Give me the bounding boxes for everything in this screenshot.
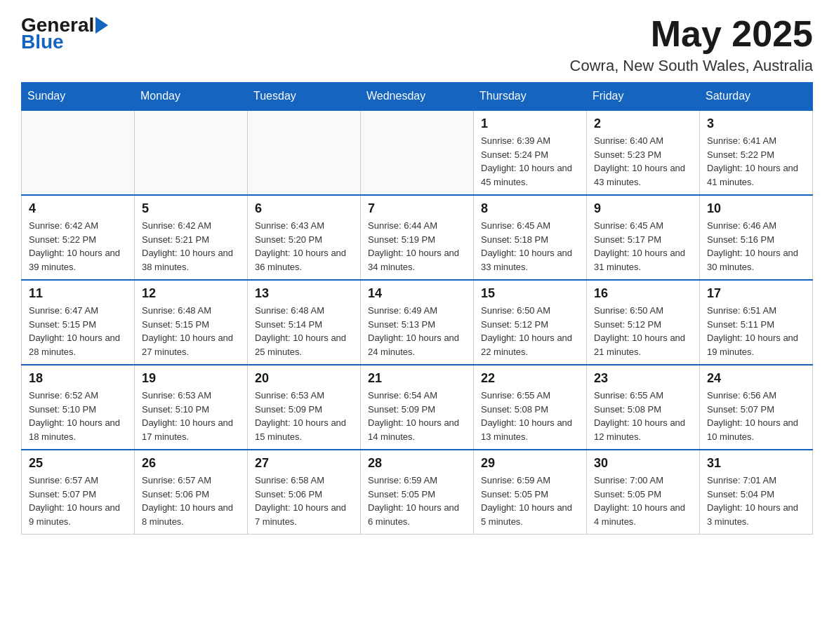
day-info: Sunrise: 6:48 AMSunset: 5:15 PMDaylight:…	[142, 304, 240, 358]
day-number: 2	[594, 116, 692, 131]
calendar-week-3: 11Sunrise: 6:47 AMSunset: 5:15 PMDayligh…	[22, 280, 813, 365]
calendar-cell: 20Sunrise: 6:53 AMSunset: 5:09 PMDayligh…	[248, 365, 361, 450]
day-info: Sunrise: 6:59 AMSunset: 5:05 PMDaylight:…	[368, 474, 466, 528]
calendar-cell: 6Sunrise: 6:43 AMSunset: 5:20 PMDaylight…	[248, 195, 361, 280]
calendar-cell: 21Sunrise: 6:54 AMSunset: 5:09 PMDayligh…	[361, 365, 474, 450]
calendar-header-thursday: Thursday	[474, 83, 587, 111]
calendar-header-friday: Friday	[587, 83, 700, 111]
day-info: Sunrise: 6:55 AMSunset: 5:08 PMDaylight:…	[481, 389, 579, 443]
day-info: Sunrise: 6:53 AMSunset: 5:09 PMDaylight:…	[255, 389, 353, 443]
calendar-cell: 11Sunrise: 6:47 AMSunset: 5:15 PMDayligh…	[22, 280, 135, 365]
day-number: 6	[255, 201, 353, 216]
day-info: Sunrise: 6:49 AMSunset: 5:13 PMDaylight:…	[368, 304, 466, 358]
day-number: 31	[707, 456, 805, 471]
calendar-cell: 14Sunrise: 6:49 AMSunset: 5:13 PMDayligh…	[361, 280, 474, 365]
calendar-cell: 24Sunrise: 6:56 AMSunset: 5:07 PMDayligh…	[700, 365, 813, 450]
calendar-cell: 18Sunrise: 6:52 AMSunset: 5:10 PMDayligh…	[22, 365, 135, 450]
day-info: Sunrise: 6:40 AMSunset: 5:23 PMDaylight:…	[594, 134, 692, 189]
day-number: 26	[142, 456, 240, 471]
calendar-table: SundayMondayTuesdayWednesdayThursdayFrid…	[21, 82, 813, 535]
day-number: 16	[594, 286, 692, 301]
logo: General Blue	[21, 14, 108, 53]
calendar-cell: 4Sunrise: 6:42 AMSunset: 5:22 PMDaylight…	[22, 195, 135, 280]
calendar-cell: 7Sunrise: 6:44 AMSunset: 5:19 PMDaylight…	[361, 195, 474, 280]
day-number: 14	[368, 286, 466, 301]
calendar-header-wednesday: Wednesday	[361, 83, 474, 111]
day-number: 20	[255, 371, 353, 386]
calendar-cell: 13Sunrise: 6:48 AMSunset: 5:14 PMDayligh…	[248, 280, 361, 365]
calendar-cell: 31Sunrise: 7:01 AMSunset: 5:04 PMDayligh…	[700, 450, 813, 535]
calendar-cell: 26Sunrise: 6:57 AMSunset: 5:06 PMDayligh…	[135, 450, 248, 535]
title-area: May 2025 Cowra, New South Wales, Austral…	[570, 14, 813, 75]
month-title: May 2025	[570, 14, 813, 54]
day-info: Sunrise: 6:59 AMSunset: 5:05 PMDaylight:…	[481, 474, 579, 528]
calendar-cell	[135, 110, 248, 195]
calendar-cell: 29Sunrise: 6:59 AMSunset: 5:05 PMDayligh…	[474, 450, 587, 535]
day-number: 4	[29, 201, 127, 216]
calendar-cell: 12Sunrise: 6:48 AMSunset: 5:15 PMDayligh…	[135, 280, 248, 365]
day-info: Sunrise: 6:55 AMSunset: 5:08 PMDaylight:…	[594, 389, 692, 443]
calendar-cell: 27Sunrise: 6:58 AMSunset: 5:06 PMDayligh…	[248, 450, 361, 535]
day-info: Sunrise: 6:52 AMSunset: 5:10 PMDaylight:…	[29, 389, 127, 443]
day-number: 9	[594, 201, 692, 216]
day-number: 3	[707, 116, 805, 131]
day-number: 24	[707, 371, 805, 386]
calendar-header-row: SundayMondayTuesdayWednesdayThursdayFrid…	[22, 83, 813, 111]
calendar-week-5: 25Sunrise: 6:57 AMSunset: 5:07 PMDayligh…	[22, 450, 813, 535]
day-number: 8	[481, 201, 579, 216]
calendar-cell: 17Sunrise: 6:51 AMSunset: 5:11 PMDayligh…	[700, 280, 813, 365]
calendar-header-sunday: Sunday	[22, 83, 135, 111]
calendar-week-2: 4Sunrise: 6:42 AMSunset: 5:22 PMDaylight…	[22, 195, 813, 280]
day-number: 7	[368, 201, 466, 216]
logo-blue-text: Blue	[21, 31, 108, 53]
day-number: 23	[594, 371, 692, 386]
calendar-cell: 28Sunrise: 6:59 AMSunset: 5:05 PMDayligh…	[361, 450, 474, 535]
calendar-header-tuesday: Tuesday	[248, 83, 361, 111]
day-info: Sunrise: 6:44 AMSunset: 5:19 PMDaylight:…	[368, 219, 466, 274]
calendar-cell: 3Sunrise: 6:41 AMSunset: 5:22 PMDaylight…	[700, 110, 813, 195]
calendar-cell: 8Sunrise: 6:45 AMSunset: 5:18 PMDaylight…	[474, 195, 587, 280]
day-number: 29	[481, 456, 579, 471]
day-info: Sunrise: 6:51 AMSunset: 5:11 PMDaylight:…	[707, 304, 805, 358]
day-info: Sunrise: 6:57 AMSunset: 5:06 PMDaylight:…	[142, 474, 240, 528]
day-number: 10	[707, 201, 805, 216]
calendar-cell: 30Sunrise: 7:00 AMSunset: 5:05 PMDayligh…	[587, 450, 700, 535]
day-info: Sunrise: 6:58 AMSunset: 5:06 PMDaylight:…	[255, 474, 353, 528]
calendar-cell: 23Sunrise: 6:55 AMSunset: 5:08 PMDayligh…	[587, 365, 700, 450]
day-number: 27	[255, 456, 353, 471]
page-header: General Blue May 2025 Cowra, New South W…	[21, 14, 813, 75]
day-info: Sunrise: 6:43 AMSunset: 5:20 PMDaylight:…	[255, 219, 353, 274]
calendar-cell: 22Sunrise: 6:55 AMSunset: 5:08 PMDayligh…	[474, 365, 587, 450]
calendar-cell: 25Sunrise: 6:57 AMSunset: 5:07 PMDayligh…	[22, 450, 135, 535]
day-number: 12	[142, 286, 240, 301]
day-number: 17	[707, 286, 805, 301]
day-number: 22	[481, 371, 579, 386]
calendar-cell: 5Sunrise: 6:42 AMSunset: 5:21 PMDaylight…	[135, 195, 248, 280]
day-info: Sunrise: 6:42 AMSunset: 5:21 PMDaylight:…	[142, 219, 240, 274]
day-number: 11	[29, 286, 127, 301]
day-number: 30	[594, 456, 692, 471]
calendar-cell	[361, 110, 474, 195]
day-number: 21	[368, 371, 466, 386]
day-number: 5	[142, 201, 240, 216]
day-number: 13	[255, 286, 353, 301]
day-info: Sunrise: 6:54 AMSunset: 5:09 PMDaylight:…	[368, 389, 466, 443]
day-number: 18	[29, 371, 127, 386]
calendar-cell	[248, 110, 361, 195]
calendar-cell: 9Sunrise: 6:45 AMSunset: 5:17 PMDaylight…	[587, 195, 700, 280]
day-info: Sunrise: 6:50 AMSunset: 5:12 PMDaylight:…	[594, 304, 692, 358]
calendar-cell: 15Sunrise: 6:50 AMSunset: 5:12 PMDayligh…	[474, 280, 587, 365]
day-info: Sunrise: 7:00 AMSunset: 5:05 PMDaylight:…	[594, 474, 692, 528]
day-info: Sunrise: 6:45 AMSunset: 5:18 PMDaylight:…	[481, 219, 579, 274]
day-info: Sunrise: 6:53 AMSunset: 5:10 PMDaylight:…	[142, 389, 240, 443]
location-title: Cowra, New South Wales, Australia	[570, 57, 813, 75]
calendar-cell	[22, 110, 135, 195]
day-info: Sunrise: 6:39 AMSunset: 5:24 PMDaylight:…	[481, 134, 579, 189]
calendar-cell: 19Sunrise: 6:53 AMSunset: 5:10 PMDayligh…	[135, 365, 248, 450]
day-number: 15	[481, 286, 579, 301]
calendar-cell: 16Sunrise: 6:50 AMSunset: 5:12 PMDayligh…	[587, 280, 700, 365]
calendar-header-monday: Monday	[135, 83, 248, 111]
day-number: 28	[368, 456, 466, 471]
day-info: Sunrise: 6:45 AMSunset: 5:17 PMDaylight:…	[594, 219, 692, 274]
day-number: 19	[142, 371, 240, 386]
